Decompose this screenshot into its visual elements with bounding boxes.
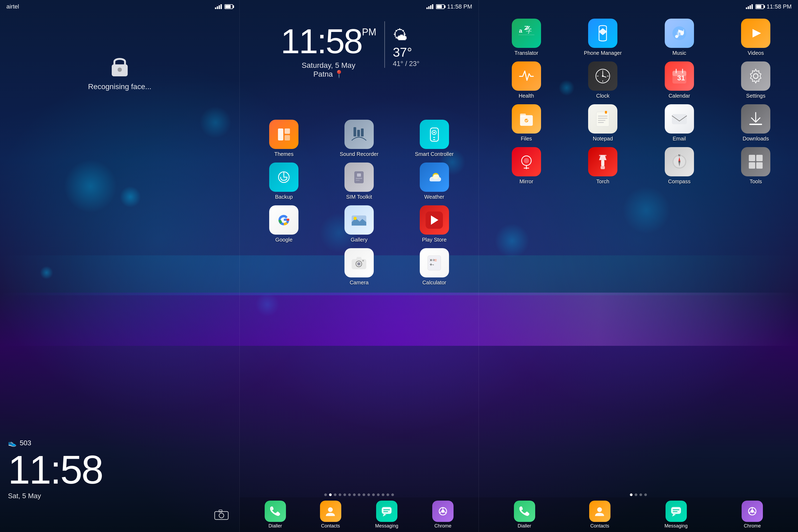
chrome-label: Chrome — [434, 523, 451, 529]
app-videos[interactable]: Videos — [719, 19, 793, 56]
phone-manager-icon — [588, 19, 618, 48]
dot-2[interactable] — [334, 493, 337, 496]
app-camera[interactable]: Camera — [323, 248, 396, 286]
settings-icon — [741, 61, 770, 91]
dot-0[interactable] — [324, 493, 327, 496]
time-mid: 11:58 PM — [447, 3, 472, 10]
dock-dialler[interactable]: Dialler — [265, 500, 286, 529]
app-smart-controller[interactable]: Smart Controller — [398, 120, 471, 157]
music-icon — [665, 19, 694, 48]
email-label: Email — [673, 136, 686, 142]
dot-9[interactable] — [367, 493, 370, 496]
right-dot-3[interactable] — [644, 493, 647, 496]
svg-text:=: = — [434, 258, 437, 263]
svg-rect-92 — [671, 507, 681, 514]
dot-7[interactable] — [358, 493, 360, 496]
dot-13[interactable] — [386, 493, 389, 496]
dot-10[interactable] — [372, 493, 375, 496]
app-tools[interactable]: Tools — [719, 147, 793, 185]
dot-6[interactable] — [353, 493, 356, 496]
app-calendar[interactable]: 31 Calendar — [642, 61, 716, 99]
svg-point-1 — [118, 68, 122, 72]
dot-12[interactable] — [382, 493, 384, 496]
dock-messaging[interactable]: Messaging — [375, 500, 398, 529]
svg-rect-72 — [598, 122, 604, 123]
sim-toolkit-label: SIM Toolkit — [346, 194, 372, 200]
translator-icon: a 字 — [512, 19, 541, 48]
app-calculator[interactable]: ×÷ +- = Calculator — [398, 248, 471, 286]
dot-14[interactable] — [391, 493, 394, 496]
svg-rect-2 — [215, 512, 228, 519]
app-clock[interactable]: Clock — [566, 61, 640, 99]
svg-rect-8 — [354, 127, 356, 136]
svg-rect-65 — [520, 114, 526, 117]
svg-rect-68 — [605, 111, 607, 114]
dock-chrome-right[interactable]: Chrome — [742, 500, 763, 529]
dock-contacts-right[interactable]: Contacts — [589, 500, 610, 529]
app-mirror[interactable]: Mirror — [490, 147, 564, 185]
svg-line-98 — [749, 512, 750, 513]
play-store-icon — [420, 205, 449, 234]
dot-3[interactable] — [339, 493, 341, 496]
backup-icon — [269, 163, 299, 192]
app-sim-toolkit[interactable]: SIM Toolkit — [323, 163, 396, 200]
dot-8[interactable] — [363, 493, 365, 496]
app-torch[interactable]: Torch — [566, 147, 640, 185]
dock-dialler-right[interactable]: Dialler — [514, 500, 535, 529]
dot-4[interactable] — [343, 493, 346, 496]
right-status-bar: 11:58 PM — [479, 0, 798, 13]
dot-11[interactable] — [377, 493, 380, 496]
clock-icon — [588, 61, 618, 91]
right-dot-2[interactable] — [640, 493, 642, 496]
gallery-icon — [344, 205, 374, 234]
svg-rect-36 — [383, 511, 388, 512]
dock-chrome[interactable]: Chrome — [432, 500, 454, 529]
steps-row: 👟 503 — [8, 439, 102, 447]
messaging-right-icon — [666, 500, 687, 522]
weather-label: Weather — [424, 194, 444, 200]
app-downloads[interactable]: Downloads — [719, 104, 793, 142]
backup-label: Backup — [275, 194, 293, 200]
svg-point-28 — [362, 260, 364, 262]
app-backup[interactable]: Backup — [248, 163, 320, 200]
lock-icon — [109, 53, 130, 77]
right-dot-0[interactable] — [630, 493, 632, 496]
camera-button[interactable] — [214, 508, 229, 521]
app-translator[interactable]: a 字 Translator — [490, 19, 564, 56]
weather-icon: 🌤 — [393, 26, 438, 44]
messaging-icon — [376, 500, 397, 522]
app-phone-manager[interactable]: Phone Manager — [566, 19, 640, 56]
sound-recorder-label: Sound Recorder — [340, 151, 379, 157]
app-play-store[interactable]: Play Store — [398, 205, 471, 243]
compass-label: Compass — [668, 178, 690, 185]
battery-icon-mid — [436, 4, 444, 9]
dot-1[interactable] — [329, 493, 332, 496]
themes-icon — [269, 120, 299, 149]
app-google[interactable]: Google — [248, 205, 320, 243]
dot-5[interactable] — [348, 493, 351, 496]
dialler-label: Dialler — [268, 523, 282, 529]
app-sound-recorder[interactable]: Sound Recorder — [323, 120, 396, 157]
app-themes[interactable]: Themes — [248, 120, 320, 157]
dock-messaging-right[interactable]: Messaging — [664, 500, 688, 529]
app-music[interactable]: Music — [642, 19, 716, 56]
downloads-label: Downloads — [743, 136, 769, 142]
app-health[interactable]: Health — [490, 61, 564, 99]
clock-label: Clock — [596, 93, 609, 99]
app-weather[interactable]: Weather — [398, 163, 471, 200]
app-compass[interactable]: N Compass — [642, 147, 716, 185]
carrier-left: airtel — [6, 3, 19, 10]
app-files[interactable]: Files — [490, 104, 564, 142]
right-panel: 11:58 PM a 字 Translator P — [479, 0, 798, 532]
right-dot-1[interactable] — [635, 493, 637, 496]
app-email[interactable]: Email — [642, 104, 716, 142]
app-notepad[interactable]: Notepad — [566, 104, 640, 142]
svg-rect-9 — [357, 130, 360, 136]
app-gallery[interactable]: Gallery — [323, 205, 396, 243]
app-settings[interactable]: Settings — [719, 61, 793, 99]
left-status-bar: airtel — [0, 0, 240, 13]
svg-point-63 — [753, 74, 758, 78]
mid-clock: 11:58PM Saturday, 5 May Patna 📍 — [281, 21, 376, 78]
dock-contacts[interactable]: Contacts — [320, 500, 341, 529]
mid-app-grid: Themes Sound Recorder — [248, 120, 471, 286]
